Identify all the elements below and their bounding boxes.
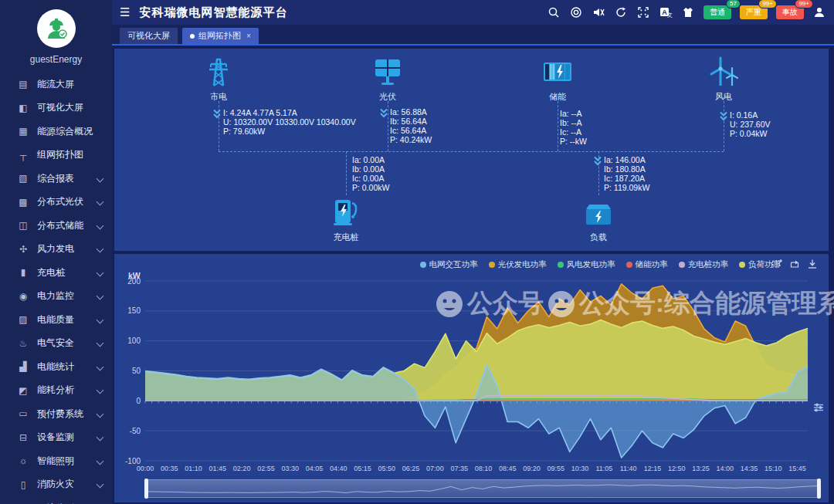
x-tick-label: 14:35: [741, 465, 758, 472]
datazoom-left-handle[interactable]: [144, 479, 148, 499]
y-tick-label: 0: [136, 397, 141, 405]
chevron-down-icon: [97, 198, 104, 206]
topology-node-fuzai[interactable]: 负载: [575, 195, 622, 243]
mute-icon[interactable]: [592, 5, 605, 19]
sidebar-item-10[interactable]: ◉电力监控: [0, 285, 112, 309]
sidebar-item-4[interactable]: ┬组网拓扑图: [0, 144, 112, 167]
sidebar-menu: ▤能流大屏◧可视化大屏▦能源综合概况┬组网拓扑图▧综合报表▩分布式光伏◫分布式储…: [0, 73, 112, 504]
reading-line: Ib: --A: [560, 118, 587, 127]
node-readings-guangfu: Ia: 56.88AIb: 56.64AIc: 56.64AP: 40.24kW: [390, 107, 432, 144]
x-tick-label: 01:10: [185, 465, 202, 472]
reading-line: Ic: 0.00A: [352, 174, 389, 183]
y-tick-label: -100: [125, 457, 141, 465]
sidebar-item-label: 组网拓扑图: [37, 148, 103, 161]
sidebar-item-label: 分布式光伏: [37, 195, 94, 208]
reading-line: Ic: 56.64A: [390, 126, 432, 135]
reading-line: Ia: --A: [560, 109, 587, 118]
topology-icon: ┬: [17, 150, 29, 161]
chevron-down-icon: [97, 269, 104, 276]
alarm-pill-accident[interactable]: 事故99+: [776, 5, 804, 19]
sidebar-item-11[interactable]: ▨电能质量: [0, 308, 112, 332]
sidebar-item-label: 电力监控: [37, 289, 94, 303]
theme-shirt-icon[interactable]: [681, 5, 695, 19]
top-bar: ☰ 安科瑞微电网智慧能源平台 A文 普通57 严重99+: [112, 0, 834, 25]
sidebar-item-label: 设备监测: [37, 431, 94, 444]
refresh-icon[interactable]: [614, 5, 628, 19]
avatar[interactable]: [37, 9, 76, 48]
chevron-down-icon: [97, 174, 104, 182]
username: guestEnergy: [0, 54, 112, 65]
datazoom-slider[interactable]: [145, 479, 820, 498]
y-tick-label: 100: [127, 337, 141, 345]
battery-container-icon: [541, 55, 575, 89]
sidebar-item-15[interactable]: ▭预付费系统: [0, 402, 112, 426]
sidebar-item-17[interactable]: ☼智能照明: [0, 449, 112, 473]
dashed-connector: [346, 151, 347, 195]
sidebar-item-3[interactable]: ▦能源综合概况: [0, 120, 112, 144]
topology-node-guangfu[interactable]: 光伏: [364, 55, 411, 103]
dashed-connector: [219, 151, 724, 152]
active-tab-dot: [190, 34, 195, 39]
x-tick-label: 01:45: [209, 465, 227, 472]
dashed-connector: [724, 101, 724, 151]
sidebar-item-6[interactable]: ▩分布式光伏: [0, 191, 112, 215]
sidebar-item-1[interactable]: ▤能流大屏: [0, 73, 112, 96]
sidebar-item-13[interactable]: ▟电能统计: [0, 355, 112, 379]
chevron-down-icon: [97, 245, 104, 253]
sidebar-item-12[interactable]: ♨电气安全: [0, 332, 112, 356]
translate-icon[interactable]: A文: [659, 5, 673, 19]
close-icon[interactable]: ×: [246, 32, 251, 40]
x-tick-label: 02:55: [257, 465, 275, 472]
user-icon[interactable]: [812, 5, 826, 19]
alarm-pill-serious[interactable]: 严重99+: [740, 5, 768, 19]
sidebar-item-9[interactable]: ▮充电桩: [0, 261, 112, 285]
fire-icon: ▯: [17, 479, 29, 490]
x-tick-label: 12:50: [668, 465, 686, 472]
app-window: guestEnergy ▤能流大屏◧可视化大屏▦能源综合概况┬组网拓扑图▧综合报…: [0, 0, 834, 504]
sidebar-item-label: 能耗分析: [37, 384, 94, 397]
sidebar-item-label: 分布式储能: [37, 219, 94, 232]
topology-node-chongdianzhuang[interactable]: 充电桩: [323, 195, 369, 243]
topology-node-fengdian[interactable]: 风电: [700, 55, 747, 103]
sidebar-item-16[interactable]: ⊟设备监测: [0, 426, 112, 450]
svg-text:文: 文: [667, 12, 673, 18]
sidebar-item-7[interactable]: ◫分布式储能: [0, 214, 112, 238]
x-tick-label: 14:00: [716, 465, 734, 472]
tab-1[interactable]: 可视化大屏: [120, 28, 178, 44]
hamburger-icon[interactable]: ☰: [120, 5, 130, 19]
sidebar-item-2[interactable]: ◧可视化大屏: [0, 96, 112, 120]
x-tick-label: 03:30: [281, 465, 299, 472]
x-tick-label: 09:55: [548, 465, 565, 472]
datazoom-toggle-icon[interactable]: [813, 402, 824, 413]
search-icon[interactable]: [547, 5, 561, 19]
alarm-pill-normal[interactable]: 普通57: [703, 5, 731, 19]
datazoom-right-handle[interactable]: [817, 479, 821, 499]
sidebar-item-5[interactable]: ▧综合报表: [0, 167, 112, 191]
top-icons: A文 普通57 严重99+ 事故99+: [547, 5, 826, 19]
reading-line: I: 4.24A 4.77A 5.17A: [223, 108, 356, 117]
sidebar-item-label: 能源综合概况: [37, 125, 103, 138]
tab-2[interactable]: 组网拓扑图×: [182, 28, 259, 44]
x-tick-label: 15:10: [764, 465, 782, 472]
help-target-icon[interactable]: [569, 5, 583, 19]
sidebar-item-14[interactable]: ◩能耗分析: [0, 379, 112, 403]
consumption-analysis-icon: ◩: [17, 385, 29, 396]
flow-arrow-icon: [593, 156, 602, 166]
storage-icon: ◫: [17, 220, 29, 231]
solar-panel-icon: [371, 55, 405, 89]
chevron-down-icon: [97, 387, 104, 394]
fullscreen-icon[interactable]: [636, 5, 650, 19]
topology-node-chuneng[interactable]: 储能: [534, 55, 581, 103]
page-title: 安科瑞微电网智慧能源平台: [139, 5, 547, 20]
sidebar-item-19[interactable]: ☁环境监测: [0, 496, 112, 504]
prepaid-icon: ▭: [17, 408, 29, 419]
x-tick-label: 06:25: [402, 465, 420, 472]
sidebar-item-18[interactable]: ▯消防火灾: [0, 473, 112, 497]
charger-icon: ▮: [17, 267, 29, 278]
power-quality-icon: ▨: [17, 314, 29, 325]
sidebar-item-8[interactable]: ✣风力发电: [0, 238, 112, 262]
topology-node-shidian[interactable]: 市电: [195, 55, 242, 103]
report-icon: ▧: [17, 173, 29, 184]
power-monitor-icon: ◉: [17, 291, 29, 302]
node-readings-fuzai: Ia: 146.00AIb: 180.80AIc: 187.20AP: 119.…: [604, 155, 649, 192]
